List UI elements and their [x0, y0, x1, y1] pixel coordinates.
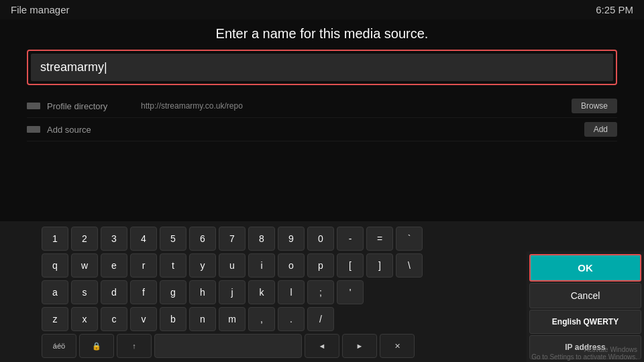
- key-q[interactable]: q: [42, 253, 68, 278]
- key-9[interactable]: 9: [278, 227, 305, 251]
- row-label: Add source: [47, 125, 141, 135]
- source-name-input[interactable]: [31, 54, 613, 81]
- key-c[interactable]: c: [101, 307, 127, 331]
- ok-button[interactable]: OK: [529, 254, 641, 282]
- activate-line1: Activate Windows: [531, 346, 637, 353]
- key-8[interactable]: 8: [248, 227, 275, 251]
- key-v[interactable]: v: [130, 307, 157, 331]
- header: File manager 6:25 PM: [0, 0, 644, 19]
- key-s[interactable]: s: [71, 280, 98, 304]
- key-backtick[interactable]: `: [396, 227, 423, 251]
- key-u[interactable]: u: [219, 253, 246, 278]
- key-p[interactable]: p: [307, 253, 334, 278]
- activate-line2: Go to Settings to activate Windows.: [531, 353, 637, 361]
- key-y[interactable]: y: [189, 253, 216, 278]
- key-shift[interactable]: ↑: [117, 334, 152, 358]
- row-icon: [27, 126, 40, 133]
- key-right[interactable]: ►: [342, 334, 377, 358]
- key-x[interactable]: x: [71, 307, 98, 331]
- key-equals[interactable]: =: [366, 227, 393, 251]
- key-space[interactable]: [154, 334, 302, 358]
- key-3[interactable]: 3: [101, 227, 127, 251]
- key-shift-lock[interactable]: 🔒: [79, 334, 114, 358]
- key-e[interactable]: e: [101, 253, 127, 278]
- key-b[interactable]: b: [160, 307, 186, 331]
- key-quote[interactable]: ': [337, 280, 364, 304]
- key-1[interactable]: 1: [42, 227, 68, 251]
- key-4[interactable]: 4: [130, 227, 157, 251]
- key-2[interactable]: 2: [71, 227, 98, 251]
- keyboard-layout-button[interactable]: English QWERTY: [529, 310, 641, 334]
- key-backspace[interactable]: ✕: [380, 334, 415, 358]
- key-g[interactable]: g: [160, 280, 186, 304]
- key-minus[interactable]: -: [337, 227, 364, 251]
- key-a[interactable]: a: [42, 280, 68, 304]
- main-content: Enter a name for this media source. Prof…: [0, 19, 644, 141]
- key-left[interactable]: ◄: [305, 334, 339, 358]
- cancel-button[interactable]: Cancel: [529, 283, 641, 308]
- file-manager-row-profile: Profile directory http://streamarmy.co.u…: [27, 95, 617, 118]
- key-j[interactable]: j: [219, 280, 246, 304]
- key-r[interactable]: r: [130, 253, 157, 278]
- dialog-title: Enter a name for this media source.: [27, 26, 617, 42]
- key-d[interactable]: d: [101, 280, 127, 304]
- row-path: http://streamarmy.co.uk/repo: [141, 101, 572, 111]
- key-l[interactable]: l: [278, 280, 305, 304]
- clock: 6:25 PM: [596, 4, 633, 15]
- key-7[interactable]: 7: [219, 227, 246, 251]
- key-rbracket[interactable]: ]: [366, 253, 393, 278]
- key-slash[interactable]: /: [307, 307, 334, 331]
- key-f[interactable]: f: [130, 280, 157, 304]
- key-i[interactable]: i: [248, 253, 275, 278]
- key-semicolon[interactable]: ;: [307, 280, 334, 304]
- add-button[interactable]: Add: [584, 122, 617, 137]
- key-t[interactable]: t: [160, 253, 186, 278]
- key-backslash[interactable]: \: [396, 253, 423, 278]
- keyboard-row-numbers: 1 2 3 4 5 6 7 8 9 0 - = `: [0, 227, 644, 251]
- row-icon: [27, 103, 40, 109]
- browse-button[interactable]: Browse: [572, 99, 617, 113]
- input-wrapper: [27, 50, 617, 85]
- key-6[interactable]: 6: [189, 227, 216, 251]
- key-5[interactable]: 5: [160, 227, 186, 251]
- key-0[interactable]: 0: [307, 227, 334, 251]
- key-w[interactable]: w: [71, 253, 98, 278]
- key-lbracket[interactable]: [: [337, 253, 364, 278]
- key-accents[interactable]: áéö: [42, 334, 76, 358]
- key-z[interactable]: z: [42, 307, 68, 331]
- key-period[interactable]: .: [278, 307, 305, 331]
- row-label: Profile directory: [47, 101, 141, 111]
- key-k[interactable]: k: [248, 280, 275, 304]
- key-h[interactable]: h: [189, 280, 216, 304]
- key-n[interactable]: n: [189, 307, 216, 331]
- file-manager-row-add: Add source Add: [27, 118, 617, 141]
- key-o[interactable]: o: [278, 253, 305, 278]
- activate-notice: Activate Windows Go to Settings to activ…: [531, 346, 637, 361]
- key-m[interactable]: m: [219, 307, 246, 331]
- app-title: File manager: [11, 4, 70, 15]
- key-comma[interactable]: ,: [248, 307, 275, 331]
